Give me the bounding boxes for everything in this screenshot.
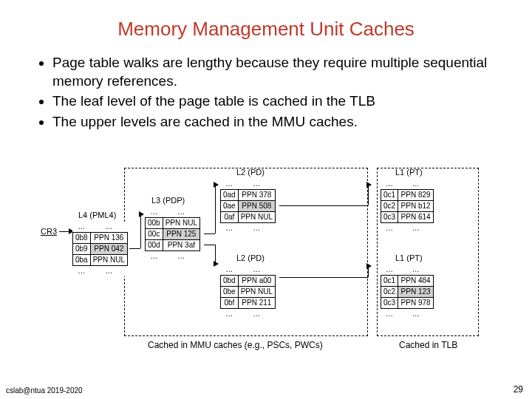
cr3-label: CR3 <box>41 227 57 236</box>
slide-number: 29 <box>514 384 523 395</box>
slide-title: Memory Management Unit Caches <box>0 0 532 54</box>
l1b-table: …… 0c1PPN 484 0c2PPN 123 0c3PPN 978 …… <box>381 265 434 319</box>
tlb-caption: Cached in TLB <box>399 340 457 350</box>
footer-left: cslab@ntua 2019-2020 <box>6 386 83 395</box>
l4-table: …… 0b8PPN 136 0b9PPN 042 0baPPN NUL …… <box>72 222 128 276</box>
arrow-icon <box>366 182 372 188</box>
page-table-diagram: CR3 L4 (PML4) …… 0b8PPN 136 0b9PPN 042 0… <box>44 174 488 362</box>
bullet-item: The upper levels are cached in the MMU c… <box>52 113 502 132</box>
arrow-icon <box>214 261 219 267</box>
l2b-label: L2 (PD) <box>236 253 265 262</box>
l2b-table: …… 0bdPPN a00 0bePPN NUL 0bfPPN 211 …… <box>220 265 276 319</box>
l3-label: L3 (PDP) <box>151 196 185 205</box>
mmu-caption: Cached in MMU caches (e.g., PSCs, PWCs) <box>148 340 323 350</box>
arrow-icon <box>214 182 219 188</box>
l1a-label: L1 (PT) <box>395 168 423 177</box>
l2a-table: …… 0adPPN 378 0aePPN 508 0afPPN NUL …… <box>220 179 276 233</box>
l2a-label: L2 (PD) <box>236 168 265 177</box>
arrow-icon <box>366 263 372 269</box>
arrow-icon <box>139 211 144 217</box>
bullet-list: Page table walks are lengthy because the… <box>0 54 532 132</box>
l1a-table: …… 0c1PPN 829 0c2PPN b12 0c3PPN 614 …… <box>381 179 434 233</box>
bullet-item: The leaf level of the page table is cach… <box>52 92 502 111</box>
l1b-label: L1 (PT) <box>395 253 423 262</box>
bullet-item: Page table walks are lengthy because the… <box>52 54 502 90</box>
l4-label: L4 (PML4) <box>78 211 116 219</box>
l3-table: …… 00bPPN NUL 00cPPN 125 00dPPN 3af …… <box>145 207 200 262</box>
